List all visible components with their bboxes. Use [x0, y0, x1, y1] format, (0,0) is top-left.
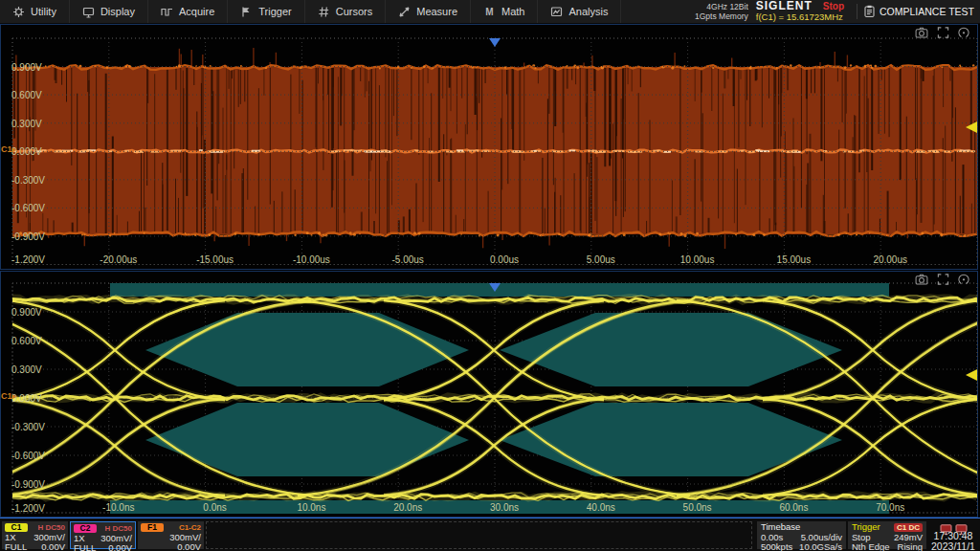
menu-item-label: Measure — [416, 6, 457, 17]
channel-box-c1[interactable]: C1H DC501X300mV/FULL0.00V — [2, 521, 68, 549]
channel-value: 0.00V — [41, 542, 65, 551]
memory-label: 1Gpts Memory — [695, 11, 748, 21]
menu-item-acquire[interactable]: Acquire — [148, 0, 228, 23]
trigger-type: Nth Edge — [852, 542, 890, 551]
compliance-test-label: COMPLIANCE TEST — [880, 6, 974, 17]
trigger-level: 249mV — [894, 533, 923, 541]
trigger-box[interactable]: Trigger C1 DC Stop 249mV Nth Edge Rising — [848, 521, 926, 549]
panel2-corner-icons — [915, 274, 969, 285]
measure-icon — [398, 6, 411, 18]
touch-gesture-icon[interactable] — [958, 27, 969, 38]
clock-date: 2023/11/1 — [926, 541, 980, 551]
channel-box-f1[interactable]: F1C1-C2300mV/0.00V — [138, 521, 204, 549]
divider — [857, 4, 858, 19]
trigger-source-badge: C1 DC — [894, 523, 923, 532]
trigger-level-marker[interactable] — [966, 369, 977, 381]
acquire-icon — [161, 6, 173, 18]
eye-traces — [0, 296, 980, 501]
menu-item-label: Math — [501, 6, 524, 17]
channel-badge: C1 — [5, 523, 28, 532]
trigger-title: Trigger — [852, 522, 880, 532]
channel-value: 300mV/ — [100, 534, 132, 542]
menu-item-label: Acquire — [179, 6, 214, 17]
menu-item-display[interactable]: Display — [70, 0, 148, 23]
timebase-title: Timebase — [761, 522, 800, 532]
channel-coupling-label: H DC50 — [38, 523, 65, 532]
menu-item-label: Cursors — [336, 6, 373, 17]
display-icon — [82, 6, 95, 18]
channel-value: FULL — [74, 543, 96, 551]
bandwidth-label: 4GHz 12Bit — [695, 2, 748, 11]
trigger-slope: Rising — [898, 542, 923, 551]
menu-item-label: Utility — [31, 6, 56, 17]
cursors-icon — [318, 6, 330, 18]
menu-item-label: Trigger — [258, 6, 291, 17]
channel-badge: F1 — [141, 523, 164, 532]
menu-item-trigger[interactable]: Trigger — [228, 0, 304, 23]
menu-item-label: Analysis — [568, 6, 608, 17]
add-channel-slot[interactable] — [206, 521, 752, 549]
channel-value: 300mV/ — [169, 533, 201, 541]
channel-coupling-label: H DC50 — [105, 524, 132, 533]
menu-item-utility[interactable]: Utility — [0, 0, 70, 23]
channel-value: 1X — [5, 533, 16, 541]
acquisition-status[interactable]: Stop — [823, 1, 844, 11]
analysis-icon — [550, 6, 563, 18]
clock-block: 17:30:48 2023/11/1 — [926, 520, 980, 551]
menu-item-math[interactable]: MMath — [471, 0, 538, 23]
svg-text:M: M — [485, 7, 493, 17]
compliance-test-button[interactable]: COMPLIANCE TEST — [864, 5, 980, 19]
channel-value: 0.00V — [177, 542, 201, 551]
oscilloscope-screen: UtilityDisplayAcquireTriggerCursorsMeasu… — [0, 0, 980, 551]
brand-logo: SIGLENT — [756, 1, 813, 11]
flag-icon — [240, 6, 253, 18]
eye-diagram[interactable] — [0, 283, 980, 514]
menu-bar-right: 4GHz 12Bit 1Gpts Memory SIGLENT Stop f(C… — [695, 0, 980, 23]
touch-gesture-icon[interactable] — [958, 274, 969, 285]
menu-item-analysis[interactable]: Analysis — [538, 0, 621, 23]
acquisition-info: 4GHz 12Bit 1Gpts Memory — [695, 2, 748, 21]
math-icon: M — [483, 6, 496, 18]
channel-value: 1X — [74, 534, 85, 542]
channel-coupling-label: C1-C2 — [179, 523, 201, 532]
channel-box-c2[interactable]: C2H DC501X300mV/FULL0.00V — [70, 521, 136, 549]
gear-icon — [12, 6, 25, 18]
menu-item-cursors[interactable]: Cursors — [305, 0, 387, 23]
camera-icon[interactable] — [915, 27, 928, 38]
channel-badge: C2 — [74, 524, 97, 533]
menu-item-measure[interactable]: Measure — [386, 0, 471, 23]
channel-value: FULL — [5, 542, 27, 551]
timebase-delay: 0.00s — [761, 533, 783, 541]
menu-bar: UtilityDisplayAcquireTriggerCursorsMeasu… — [0, 0, 980, 24]
waveform-graphics[interactable] — [0, 0, 980, 551]
camera-icon[interactable] — [915, 274, 928, 285]
channel-value: 0.00V — [108, 543, 132, 551]
trigger-status: Stop — [852, 533, 871, 541]
panel1-corner-icons — [915, 27, 969, 38]
timebase-box[interactable]: Timebase 0.00s 5.00us/div 500kpts 10.0GS… — [757, 521, 846, 549]
fullscreen-icon[interactable] — [937, 27, 949, 38]
timebase-points: 500kpts — [761, 542, 792, 551]
frequency-counter: f(C1) = 15.61723MHz — [756, 11, 844, 22]
status-bar: C1H DC501X300mV/FULL0.00VC2H DC501X300mV… — [0, 518, 980, 551]
fullscreen-icon[interactable] — [937, 274, 949, 285]
trigger-position-marker[interactable] — [489, 38, 501, 47]
clipboard-icon — [864, 5, 875, 19]
channel-value: 300mV/ — [33, 533, 65, 541]
brand-block: SIGLENT Stop f(C1) = 15.61723MHz — [756, 1, 844, 22]
timebase-scale: 5.00us/div — [801, 533, 842, 541]
timebase-samplerate: 10.0GSa/s — [799, 542, 842, 551]
menu-item-label: Display — [100, 6, 135, 17]
